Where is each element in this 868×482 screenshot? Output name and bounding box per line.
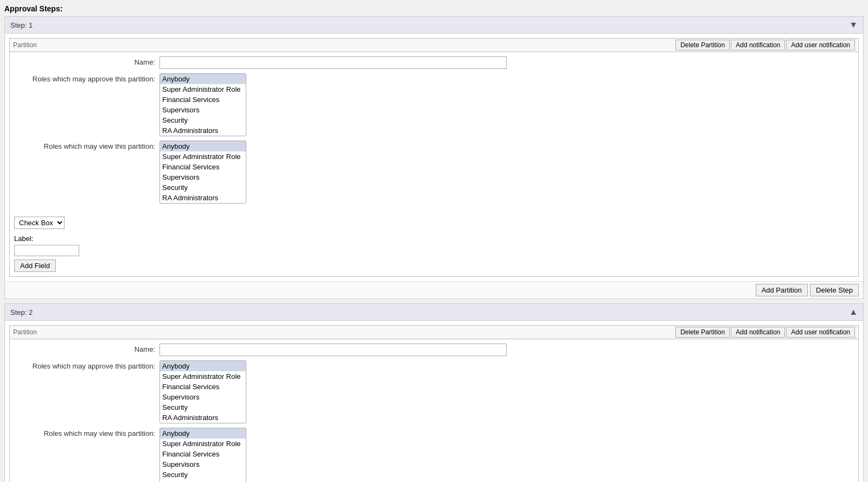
step-2-add-user-notification-btn[interactable]: Add user notification: [786, 327, 855, 338]
step-2-name-row: Name:: [18, 344, 850, 356]
step-1-name-input[interactable]: [159, 56, 507, 69]
step-1-approve-list-wrap: Anybody Super Administrator Role Financi…: [159, 73, 850, 136]
step-1-content: Partition Delete Partition Add notificat…: [5, 38, 863, 277]
step-1-delete-step-btn[interactable]: Delete Step: [810, 284, 859, 296]
step-2-approve-row: Roles which may approve this partition: …: [18, 360, 850, 423]
step-2-name-input-wrap: [159, 344, 850, 356]
step-2-label: Step: 2: [10, 308, 33, 316]
step-1-label-input[interactable]: [14, 245, 79, 256]
step-1-name-label: Name:: [18, 56, 159, 66]
step-1-field-type-row: Check Box Text Field Text Area Date Drop…: [10, 212, 858, 233]
step-2-approve-list-wrap: Anybody Super Administrator Role Financi…: [159, 360, 850, 423]
step-1-delete-partition-btn[interactable]: Delete Partition: [675, 40, 730, 50]
step-1-approve-row: Roles which may approve this partition: …: [18, 73, 850, 136]
step-1-partition-header: Partition Delete Partition Add notificat…: [10, 39, 858, 52]
step-1-add-field-btn[interactable]: Add Field: [14, 259, 56, 272]
step-1-view-label: Roles which may view this partition:: [18, 141, 159, 150]
step-2-add-notification-btn[interactable]: Add notification: [731, 327, 785, 338]
step-1-view-row: Roles which may view this partition: Any…: [18, 141, 850, 204]
step-2-view-list-wrap: Anybody Super Administrator Role Financi…: [159, 428, 850, 482]
step-2-view-listbox[interactable]: Anybody Super Administrator Role Financi…: [159, 428, 246, 482]
step-2-block: Step: 2 ▲ Partition Delete Partition Add…: [4, 303, 864, 482]
step-1-footer: Add Partition Delete Step: [5, 281, 863, 299]
step-2-partition-body: Name: Roles which may approve this parti…: [10, 339, 858, 482]
step-2-partition-label: Partition: [13, 328, 37, 336]
step-1-add-user-notification-btn[interactable]: Add user notification: [786, 40, 855, 50]
step-1-view-listbox[interactable]: Anybody Super Administrator Role Financi…: [159, 141, 246, 204]
step-1-label: Step: 1: [10, 21, 33, 29]
step-2-delete-partition-btn[interactable]: Delete Partition: [675, 327, 730, 338]
step-1-block: Step: 1 ▼ Partition Delete Partition Add…: [4, 16, 864, 299]
step-2-name-input[interactable]: [159, 344, 507, 356]
step-2-arrow: ▲: [849, 307, 858, 317]
step-1-partition: Partition Delete Partition Add notificat…: [9, 38, 859, 277]
step-2-approve-listbox[interactable]: Anybody Super Administrator Role Financi…: [159, 360, 246, 423]
step-1-view-list-wrap: Anybody Super Administrator Role Financi…: [159, 141, 850, 204]
step-2-view-label: Roles which may view this partition:: [18, 428, 159, 437]
step-2-approve-label: Roles which may approve this partition:: [18, 360, 159, 370]
step-2-partition-actions: Delete Partition Add notification Add us…: [674, 327, 855, 338]
step-1-add-notification-btn[interactable]: Add notification: [731, 40, 785, 50]
step-1-name-input-wrap: [159, 56, 850, 69]
step-1-arrow: ▼: [849, 20, 858, 30]
step-1-approve-listbox[interactable]: Anybody Super Administrator Role Financi…: [159, 73, 246, 136]
step-1-partition-label: Partition: [13, 41, 37, 49]
step-2-partition-header: Partition Delete Partition Add notificat…: [10, 326, 858, 339]
step-1-field-type-select[interactable]: Check Box Text Field Text Area Date Drop…: [14, 217, 65, 229]
step-1-header[interactable]: Step: 1 ▼: [5, 17, 863, 34]
page-container: Approval Steps: Step: 1 ▼ Partition Dele…: [0, 0, 868, 482]
step-2-name-label: Name:: [18, 344, 159, 353]
step-2-partition: Partition Delete Partition Add notificat…: [9, 325, 859, 482]
step-1-label-input-row: [10, 244, 858, 257]
step-1-label-row: Label:: [10, 233, 858, 244]
step-1-name-row: Name:: [18, 56, 850, 69]
step-2-header[interactable]: Step: 2 ▲: [5, 304, 863, 321]
step-2-content: Partition Delete Partition Add notificat…: [5, 325, 863, 482]
step-1-approve-label: Roles which may approve this partition:: [18, 73, 159, 83]
page-title: Approval Steps:: [4, 4, 864, 13]
step-1-label-text: Label:: [14, 234, 33, 243]
step-1-add-field-row: Add Field: [10, 257, 858, 276]
step-1-partition-body: Name: Roles which may approve this parti…: [10, 52, 858, 212]
step-1-partition-actions: Delete Partition Add notification Add us…: [674, 40, 855, 50]
step-2-view-row: Roles which may view this partition: Any…: [18, 428, 850, 482]
step-1-add-partition-btn[interactable]: Add Partition: [756, 284, 808, 296]
